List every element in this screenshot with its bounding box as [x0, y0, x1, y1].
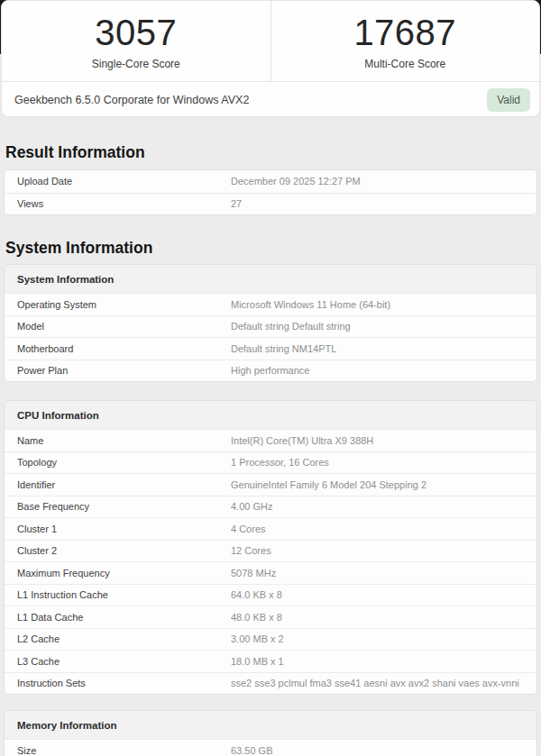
table-header: Memory Information — [5, 711, 536, 739]
table-row: Identifier GenuineIntel Family 6 Model 2… — [5, 473, 536, 496]
row-label: Name — [17, 435, 231, 446]
result-information-table: Upload Date December 09 2025 12:27 PM Vi… — [4, 169, 537, 215]
system-information-table: System Information Operating System Micr… — [4, 264, 537, 382]
table-row: Name Intel(R) Core(TM) Ultra X9 388H — [5, 429, 536, 451]
table-row: Upload Date December 09 2025 12:27 PM — [5, 170, 536, 193]
table-header: CPU Information — [5, 401, 536, 429]
row-label: L2 Cache — [17, 633, 231, 644]
row-label: L1 Data Cache — [17, 612, 231, 623]
table-row: Size 63.50 GB — [5, 739, 536, 756]
table-row: Model Default string Default string — [5, 315, 536, 338]
row-value: High performance — [231, 365, 309, 376]
table-row: Base Frequency 4.00 GHz — [5, 496, 536, 518]
row-label: Cluster 2 — [17, 545, 231, 556]
row-label: L1 Instruction Cache — [17, 589, 231, 600]
row-value: December 09 2025 12:27 PM — [231, 176, 361, 187]
row-label: Topology — [17, 457, 231, 468]
table-row: L1 Instruction Cache 64.0 KB x 8 — [5, 584, 536, 606]
row-value: 64.0 KB x 8 — [231, 589, 282, 600]
table-row: Operating System Microsoft Windows 11 Ho… — [5, 293, 536, 315]
row-value: 3.00 MB x 2 — [231, 633, 284, 644]
table-row: L3 Cache 18.0 MB x 1 — [5, 650, 536, 672]
page-body: Result Information Upload Date December … — [0, 117, 541, 756]
row-label: Identifier — [17, 479, 231, 490]
multi-core-score-value: 17687 — [353, 14, 456, 50]
row-label: Base Frequency — [17, 501, 231, 512]
row-value: sse2 sse3 pclmul fma3 sse41 aesni avx av… — [231, 678, 519, 688]
row-label: L3 Cache — [17, 656, 231, 667]
table-row: L2 Cache 3.00 MB x 2 — [5, 628, 536, 651]
table-header: System Information — [5, 265, 536, 293]
table-row: Cluster 2 12 Cores — [5, 540, 536, 562]
table-row: Instruction Sets sse2 sse3 pclmul fma3 s… — [5, 672, 536, 695]
row-label: Cluster 1 — [17, 524, 231, 534]
single-core-score-value: 3057 — [95, 14, 177, 50]
cpu-information-table: CPU Information Name Intel(R) Core(TM) U… — [4, 400, 537, 695]
multi-core-score-label: Multi-Core Score — [364, 58, 445, 70]
table-row: Cluster 1 4 Cores — [5, 517, 536, 540]
table-row: Maximum Frequency 5078 MHz — [5, 561, 536, 584]
single-core-score-label: Single-Core Score — [92, 58, 180, 70]
row-value: Default string NM14PTL — [231, 343, 336, 354]
table-row: Views 27 — [5, 193, 536, 215]
row-value: Intel(R) Core(TM) Ultra X9 388H — [231, 435, 373, 446]
row-value: 63.50 GB — [231, 745, 272, 756]
row-value: Microsoft Windows 11 Home (64-bit) — [231, 299, 390, 310]
row-value: 5078 MHz — [231, 568, 276, 578]
row-value: 12 Cores — [231, 545, 271, 556]
result-information-heading: Result Information — [5, 117, 537, 161]
row-label: Instruction Sets — [17, 678, 231, 688]
row-label: Upload Date — [17, 176, 231, 187]
valid-badge: Valid — [487, 88, 530, 112]
row-label: Power Plan — [17, 365, 231, 376]
row-label: Views — [17, 198, 231, 209]
memory-information-table: Memory Information Size 63.50 GB — [4, 710, 537, 756]
top-backdrop: 3057 Single-Core Score 17687 Multi-Core … — [0, 0, 541, 117]
table-row: Topology 1 Processor, 16 Cores — [5, 451, 536, 474]
row-value: 4 Cores — [231, 524, 266, 534]
row-value: 1 Processor, 16 Cores — [231, 457, 329, 468]
row-value: 27 — [231, 198, 242, 209]
row-label: Model — [17, 321, 231, 332]
row-label: Motherboard — [17, 343, 231, 354]
multi-core-score-cell: 17687 Multi-Core Score — [271, 1, 540, 81]
benchmark-version-title: Geekbench 6.5.0 Corporate for Windows AV… — [14, 94, 249, 106]
system-information-heading: System Information — [5, 215, 537, 257]
row-value: 18.0 MB x 1 — [231, 656, 284, 667]
table-row: Power Plan High performance — [5, 360, 536, 382]
row-value: 48.0 KB x 8 — [231, 612, 282, 623]
score-row: 3057 Single-Core Score 17687 Multi-Core … — [2, 1, 539, 82]
row-label: Maximum Frequency — [17, 568, 231, 578]
table-row: L1 Data Cache 48.0 KB x 8 — [5, 606, 536, 628]
row-value: GenuineIntel Family 6 Model 204 Stepping… — [231, 479, 426, 490]
score-summary-card: 3057 Single-Core Score 17687 Multi-Core … — [1, 0, 540, 117]
row-value: Default string Default string — [231, 321, 351, 332]
row-value: 4.00 GHz — [231, 501, 272, 512]
row-label: Size — [17, 745, 231, 756]
row-label: Operating System — [17, 299, 231, 310]
table-row: Motherboard Default string NM14PTL — [5, 337, 536, 360]
single-core-score-cell: 3057 Single-Core Score — [2, 1, 271, 81]
benchmark-title-bar: Geekbench 6.5.0 Corporate for Windows AV… — [2, 82, 539, 117]
